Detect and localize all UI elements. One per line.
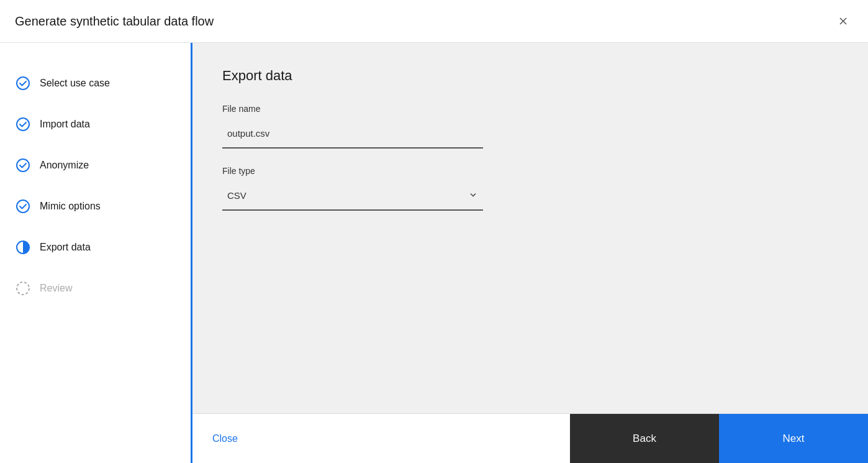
sidebar-item-anonymize[interactable]: Anonymize	[15, 145, 176, 186]
main-content: Export data File name File type CSV JSON…	[192, 43, 868, 463]
footer-left: Close	[192, 414, 570, 463]
pending-icon-review	[15, 280, 31, 296]
close-icon-button[interactable]	[833, 11, 853, 31]
content-area: Export data File name File type CSV JSON…	[192, 43, 868, 413]
modal-header: Generate synthetic tabular data flow	[0, 0, 868, 43]
sidebar-item-select-use-case[interactable]: Select use case	[15, 63, 176, 104]
file-type-select-wrapper: CSV JSON Parquet	[222, 181, 483, 211]
sidebar-label-import-data: Import data	[40, 119, 90, 130]
sidebar-item-mimic-options[interactable]: Mimic options	[15, 186, 176, 227]
back-button[interactable]: Back	[570, 414, 719, 463]
modal-container: Generate synthetic tabular data flow Sel…	[0, 0, 868, 463]
next-button[interactable]: Next	[719, 414, 868, 463]
sidebar: Select use case Import data	[0, 43, 192, 463]
sidebar-item-review[interactable]: Review	[15, 268, 176, 309]
completed-icon-import-data	[15, 116, 31, 132]
sidebar-label-export-data: Export data	[40, 242, 91, 253]
file-name-input[interactable]	[222, 119, 483, 149]
svg-point-5	[17, 200, 29, 213]
modal-body: Select use case Import data	[0, 43, 868, 463]
modal-title: Generate synthetic tabular data flow	[15, 14, 214, 29]
sidebar-label-anonymize: Anonymize	[40, 160, 89, 171]
sidebar-label-review: Review	[40, 283, 72, 294]
file-name-label: File name	[222, 104, 838, 114]
file-type-label: File type	[222, 166, 838, 176]
sidebar-label-select-use-case: Select use case	[40, 78, 110, 89]
sidebar-label-mimic-options: Mimic options	[40, 201, 101, 212]
completed-icon-mimic-options	[15, 198, 31, 214]
section-title: Export data	[222, 68, 838, 84]
file-type-group: File type CSV JSON Parquet	[222, 166, 838, 211]
svg-point-7	[17, 282, 29, 295]
sidebar-item-import-data[interactable]: Import data	[15, 104, 176, 145]
sidebar-item-export-data[interactable]: Export data	[15, 227, 176, 268]
close-button[interactable]: Close	[212, 433, 238, 444]
modal-footer: Close Back Next	[192, 413, 868, 463]
completed-icon-anonymize	[15, 157, 31, 173]
svg-point-3	[17, 118, 29, 131]
active-icon-export-data	[15, 239, 31, 255]
completed-icon-select-use-case	[15, 75, 31, 91]
svg-point-2	[17, 77, 29, 89]
file-name-group: File name	[222, 104, 838, 149]
svg-point-4	[17, 159, 29, 172]
file-type-select[interactable]: CSV JSON Parquet	[222, 181, 483, 211]
